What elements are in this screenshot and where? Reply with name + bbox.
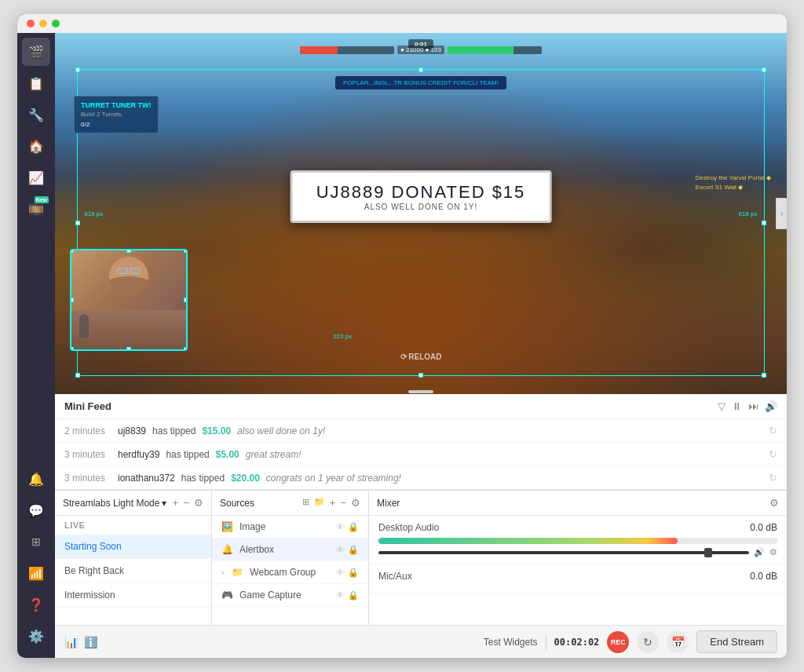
expand-icon: › xyxy=(221,568,224,577)
pause-icon[interactable]: ⏸ xyxy=(732,400,742,412)
sidebar-item-analytics[interactable]: 📈 xyxy=(22,163,50,192)
source-name-game: Game Capture xyxy=(239,590,330,601)
source-item-game-capture[interactable]: 🎮 Game Capture 👁 🔒 xyxy=(212,584,368,607)
status-bar: 📊 ℹ️ Test Widgets 00:02:02 REC ↻ 📅 End S… xyxy=(55,625,787,658)
sidebar-item-help[interactable]: ❓ xyxy=(22,590,50,619)
scene-item-starting-soon[interactable]: Starting Soon xyxy=(55,535,211,559)
reload-text: ⟳ RELOAD xyxy=(400,352,442,361)
donation-overlay[interactable]: UJ8889 DONATED $15 ALSO WELL DONE ON 1Y! xyxy=(291,170,552,223)
feed-reload-3[interactable]: ↻ xyxy=(769,472,777,484)
stats-icon: 📶 xyxy=(28,566,44,581)
preview-resize-handle[interactable] xyxy=(405,389,437,394)
mini-feed-controls: ▽ ⏸ ⏭ 🔊 xyxy=(718,400,777,412)
sources-settings-icon[interactable]: ⚙ xyxy=(351,497,360,509)
desktop-audio-bar-track xyxy=(378,538,777,544)
desktop-mute-icon[interactable]: 🔊 xyxy=(754,547,765,557)
sources-group-icon[interactable]: ⊞ xyxy=(302,497,309,509)
titlebar xyxy=(17,14,787,33)
rec-button[interactable]: REC xyxy=(607,631,629,653)
reset-icon[interactable]: ↻ xyxy=(637,631,659,653)
sidebar-item-tools[interactable]: 🔧 xyxy=(22,100,50,129)
source-item-webcam-group[interactable]: › 📁 Webcam Group 👁 🔒 xyxy=(212,561,368,584)
filter-icon[interactable]: ▽ xyxy=(718,400,725,412)
studio-icon: 🎬 xyxy=(28,45,44,60)
chart-icon[interactable]: 📊 xyxy=(64,636,78,648)
source-vis-3-icon[interactable]: 👁 xyxy=(336,568,345,578)
volume-icon[interactable]: 🔊 xyxy=(765,400,777,412)
scenes-header: Streamlabs Light Mode ▾ + − ⚙ xyxy=(55,491,211,516)
feed-reload-1[interactable]: ↻ xyxy=(769,425,777,436)
scenes-add-icon[interactable]: + xyxy=(173,497,179,509)
sidebar-item-dashboard[interactable]: 📋 xyxy=(22,69,50,97)
scenes-settings-icon[interactable]: ⚙ xyxy=(194,497,203,509)
webcam-handle-tm[interactable] xyxy=(126,249,131,253)
maximize-dot[interactable] xyxy=(52,20,60,27)
source-vis-4-icon[interactable]: 👁 xyxy=(336,590,345,601)
webcam-handle-mr[interactable] xyxy=(184,298,188,302)
scene-item-be-right-back[interactable]: Be Right Back xyxy=(55,559,211,583)
folder-icon: 📁 xyxy=(232,567,243,578)
info-icon[interactable]: ℹ️ xyxy=(84,636,97,648)
quest-overlay: TURRET TUNER TW! Build 2 Turrets. 0/2 xyxy=(74,96,159,133)
sources-add-icon[interactable]: + xyxy=(330,497,336,509)
mixer-panel: Mixer ⚙ Desktop Audio 0.0 dB xyxy=(369,491,787,625)
webcam-handle-tr[interactable] xyxy=(184,249,188,253)
dashboard-icon: 📋 xyxy=(28,76,44,91)
clips-icon: 🎞️ xyxy=(28,202,44,217)
webcam-handle-bm[interactable] xyxy=(126,347,131,351)
settings-icon: ⚙️ xyxy=(28,629,44,644)
source-lock-2-icon[interactable]: 🔒 xyxy=(348,545,359,555)
sidebar-item-stats[interactable]: 📶 xyxy=(22,559,50,587)
source-lock-4-icon[interactable]: 🔒 xyxy=(348,590,359,601)
sidebar-item-studio[interactable]: 🎬 xyxy=(22,38,50,66)
sidebar-item-settings[interactable]: ⚙️ xyxy=(22,622,50,650)
source-vis-2-icon[interactable]: 👁 xyxy=(336,545,345,555)
close-dot[interactable] xyxy=(27,20,35,27)
mini-feed: Mini Feed ▽ ⏸ ⏭ 🔊 2 minutes uj8839 has t… xyxy=(55,394,787,490)
desktop-audio-label: Desktop Audio xyxy=(378,522,750,533)
source-lock-icon[interactable]: 🔒 xyxy=(348,522,359,532)
new-badge: New xyxy=(35,196,49,203)
sidebar-item-home[interactable]: 🏠 xyxy=(22,132,50,160)
mixer-channel-mic: Mic/Aux 0.0 dB xyxy=(369,564,787,593)
next-icon[interactable]: ⏭ xyxy=(748,400,758,412)
sources-actions: ⊞ 📁 + − ⚙ xyxy=(302,497,360,509)
sidebar-item-clips[interactable]: 🎞️ New xyxy=(22,195,50,223)
sidebar-item-chat[interactable]: 💬 xyxy=(22,496,50,524)
desktop-mixer-settings-icon[interactable]: ⚙ xyxy=(769,547,777,557)
main-content: 0:01 ● 23000 ● 103 xyxy=(55,33,787,658)
feed-action-1: has tipped xyxy=(152,425,196,436)
mixer-settings-icon[interactable]: ⚙ xyxy=(769,497,779,509)
preview-area[interactable]: 0:01 ● 23000 ● 103 xyxy=(55,33,787,394)
sources-remove-icon[interactable]: − xyxy=(340,497,346,509)
help-icon: ❓ xyxy=(28,597,44,612)
gamepad-icon: 🎮 xyxy=(221,590,233,601)
source-item-alertbox[interactable]: 🔔 Alertbox 👁 🔒 xyxy=(212,539,368,561)
sources-folder-icon[interactable]: 📁 xyxy=(314,497,325,509)
source-lock-3-icon[interactable]: 🔒 xyxy=(348,568,359,578)
scenes-mode-dropdown[interactable]: Streamlabs Light Mode ▾ xyxy=(63,498,166,509)
scenes-remove-icon[interactable]: − xyxy=(183,497,189,509)
feed-reload-2[interactable]: ↻ xyxy=(769,448,777,460)
sidebar-item-alert[interactable]: 🔔 xyxy=(22,465,50,493)
webcam-handle-tl[interactable] xyxy=(70,249,74,253)
webcam-overlay[interactable] xyxy=(70,249,188,351)
bottom-panel: Mini Feed ▽ ⏸ ⏭ 🔊 2 minutes uj8839 has t… xyxy=(55,394,787,658)
sidebar-item-widgets[interactable]: ⊞ xyxy=(22,528,50,556)
feed-action-3: has tipped xyxy=(181,473,225,484)
feed-msg-2: great stream! xyxy=(246,449,302,460)
source-vis-icon[interactable]: 👁 xyxy=(336,522,345,532)
test-widgets-label[interactable]: Test Widgets xyxy=(484,637,538,648)
minimize-dot[interactable] xyxy=(39,20,47,27)
end-stream-button[interactable]: End Stream xyxy=(696,630,777,653)
collapse-arrow[interactable]: › xyxy=(776,198,787,229)
webcam-handle-ml[interactable] xyxy=(70,298,74,302)
source-item-image[interactable]: 🖼️ Image 👁 🔒 xyxy=(212,516,368,539)
desktop-audio-thumb[interactable] xyxy=(704,548,712,557)
feed-time-1: 2 minutes xyxy=(64,425,111,436)
desktop-audio-slider[interactable] xyxy=(378,551,749,554)
donation-subtitle: ALSO WELL DONE ON 1Y! xyxy=(316,203,526,211)
calendar-icon[interactable]: 📅 xyxy=(667,631,689,653)
scene-item-intermission[interactable]: Intermission xyxy=(55,583,211,608)
feed-action-2: has tipped xyxy=(166,449,209,460)
